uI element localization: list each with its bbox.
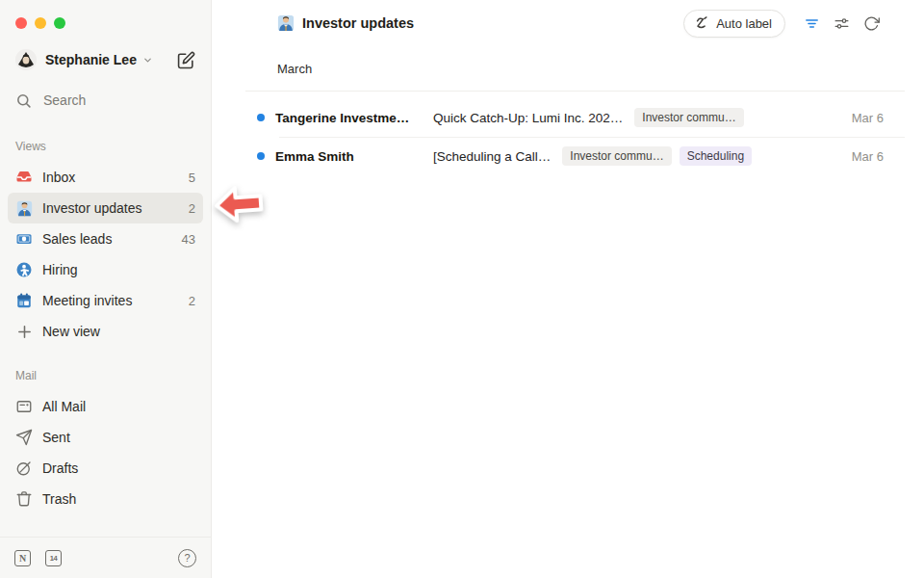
- sidebar-item-inbox[interactable]: Inbox 5: [8, 162, 203, 193]
- sidebar-item-meeting-invites[interactable]: Meeting invites 2: [8, 285, 203, 316]
- sidebar-item-label: All Mail: [42, 399, 86, 414]
- label-tag: Investor commu…: [634, 108, 743, 127]
- person-icon: [15, 261, 33, 278]
- page-title: Investor updates: [302, 15, 414, 31]
- label-tag: Scheduling: [680, 146, 752, 166]
- auto-label-button-label: Auto label: [716, 16, 772, 31]
- window-minimize-button[interactable]: [35, 17, 46, 29]
- refresh-icon[interactable]: [863, 15, 880, 32]
- unread-count: 5: [189, 171, 195, 185]
- sidebar-item-label: Trash: [42, 491, 76, 507]
- label-tag: Investor commu…: [562, 146, 671, 166]
- sidebar-item-label: Sales leads: [42, 231, 112, 247]
- views-list: Inbox 5 Investor updates 2: [0, 162, 211, 347]
- sidebar-item-label: Sent: [42, 430, 70, 445]
- all-mail-icon: [15, 398, 33, 415]
- filter-icon[interactable]: [804, 15, 820, 32]
- search-label: Search: [43, 92, 86, 108]
- inbox-icon: [15, 169, 33, 186]
- email-subject: [Scheduling a Call…: [433, 149, 551, 164]
- sidebar-item-sales-leads[interactable]: Sales leads 43: [8, 223, 203, 254]
- email-tags: Investor commu… Scheduling: [562, 146, 752, 166]
- unread-dot: [257, 114, 265, 121]
- sidebar-item-label: Drafts: [42, 460, 78, 476]
- main-content: Investor updates Auto label: [213, 0, 924, 578]
- auto-label-wand-icon: [694, 15, 709, 31]
- drafts-icon: [15, 460, 33, 477]
- email-subject: Quick Catch-Up: Lumi Inc. 202…: [433, 111, 623, 125]
- sidebar-item-label: Investor updates: [42, 200, 142, 216]
- sidebar-item-investor-updates[interactable]: Investor updates 2: [8, 193, 203, 223]
- send-icon: [15, 429, 33, 446]
- sidebar-item-new-view[interactable]: New view: [8, 316, 203, 347]
- group-label: March: [277, 62, 312, 76]
- unread-count: 43: [182, 232, 195, 247]
- calendar-icon: [15, 292, 33, 309]
- avatar: [15, 49, 37, 70]
- search-icon: [15, 92, 32, 109]
- email-row[interactable]: Tangerine Investme… Quick Catch-Up: Lumi…: [245, 98, 905, 137]
- search-button[interactable]: Search: [0, 89, 211, 112]
- mail-section-label: Mail: [0, 369, 211, 383]
- sidebar-item-hiring[interactable]: Hiring: [8, 254, 203, 285]
- unread-count: 2: [189, 294, 195, 308]
- email-sender: Emma Smith: [275, 149, 433, 164]
- email-list: March Tangerine Investme… Quick Catch-Up…: [245, 46, 905, 175]
- plus-icon: [15, 323, 33, 340]
- investor-icon: [277, 14, 295, 32]
- sidebar: Stephanie Lee Search Views Inbox: [0, 0, 212, 578]
- mail-list: All Mail Sent Drafts: [0, 391, 211, 514]
- chevron-down-icon: [142, 55, 153, 66]
- window-controls: [15, 17, 65, 29]
- user-name: Stephanie Lee: [45, 52, 137, 67]
- sidebar-item-label: New view: [42, 324, 100, 339]
- sidebar-item-label: Meeting invites: [42, 293, 132, 308]
- email-date: Mar 6: [852, 149, 905, 164]
- sidebar-item-sent[interactable]: Sent: [8, 422, 203, 453]
- email-tags: Investor commu…: [634, 108, 743, 127]
- view-header: Investor updates Auto label: [213, 0, 924, 46]
- email-date: Mar 6: [852, 111, 905, 125]
- sidebar-item-label: Hiring: [42, 262, 78, 277]
- account-switcher[interactable]: Stephanie Lee: [0, 46, 211, 73]
- unread-count: 2: [189, 201, 195, 216]
- sidebar-item-all-mail[interactable]: All Mail: [8, 391, 203, 422]
- sidebar-item-drafts[interactable]: Drafts: [8, 453, 203, 484]
- display-settings-icon[interactable]: [834, 15, 850, 32]
- compose-icon[interactable]: [177, 51, 195, 69]
- window-zoom-button[interactable]: [54, 17, 65, 29]
- unread-dot: [257, 152, 265, 160]
- window-close-button[interactable]: [15, 17, 27, 29]
- trash-icon: [15, 490, 33, 508]
- investor-icon: [15, 199, 33, 217]
- auto-label-button[interactable]: Auto label: [683, 10, 785, 38]
- email-row[interactable]: Emma Smith [Scheduling a Call… Investor …: [245, 137, 905, 175]
- views-section-label: Views: [0, 140, 211, 154]
- sidebar-item-trash[interactable]: Trash: [8, 484, 203, 514]
- email-sender: Tangerine Investme…: [275, 111, 433, 125]
- group-header: March: [245, 46, 905, 92]
- sidebar-footer: N 14 ?: [0, 537, 211, 578]
- help-icon[interactable]: ?: [178, 549, 196, 567]
- sidebar-item-label: Inbox: [42, 170, 75, 185]
- banknote-icon: [15, 230, 33, 248]
- notion-calendar-icon[interactable]: 14: [45, 550, 62, 566]
- notion-logo-icon[interactable]: N: [14, 550, 31, 566]
